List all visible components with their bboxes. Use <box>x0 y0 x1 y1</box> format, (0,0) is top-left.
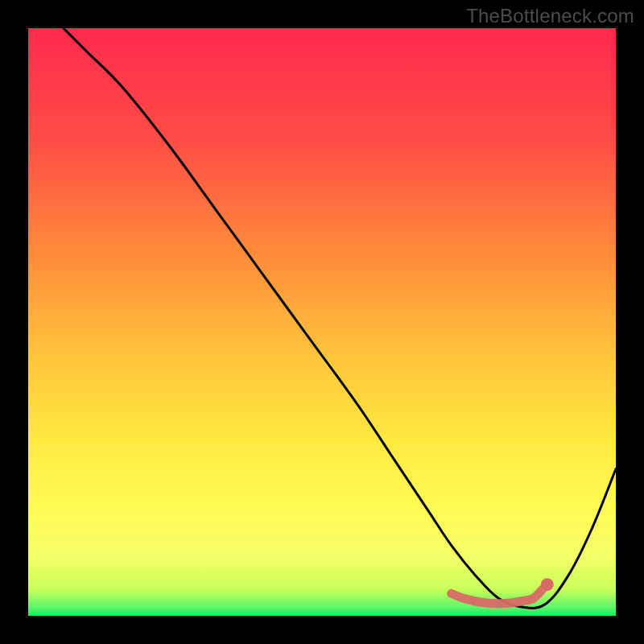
highlight-end-dot <box>541 578 554 591</box>
gradient-background <box>28 28 616 616</box>
plot-area <box>28 28 616 616</box>
chart-frame: TheBottleneck.com <box>0 0 644 644</box>
watermark-text: TheBottleneck.com <box>466 5 634 27</box>
chart-svg <box>28 28 616 616</box>
